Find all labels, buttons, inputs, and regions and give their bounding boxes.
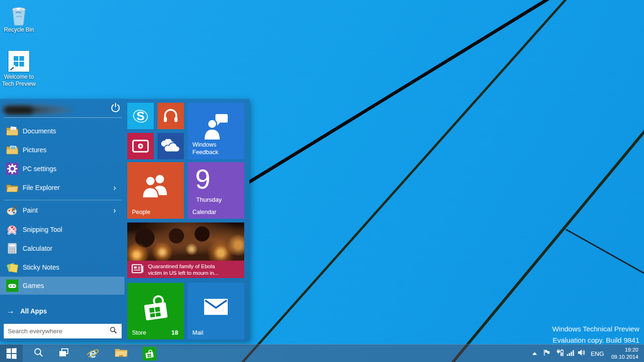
- all-apps-button[interactable]: → All Apps: [0, 304, 124, 318]
- welcome-label-line2: Tech Preview: [0, 81, 38, 88]
- menu-item-pc-settings[interactable]: PC settings: [0, 159, 124, 178]
- all-apps-arrow-icon: →: [7, 306, 15, 316]
- all-apps-label: All Apps: [20, 307, 47, 315]
- language-indicator[interactable]: ENG: [589, 345, 605, 362]
- headphones-icon: [157, 103, 184, 129]
- tile-onedrive[interactable]: [157, 133, 184, 159]
- menu-item-label: Pictures: [23, 146, 47, 154]
- tile-news[interactable]: Quarantined family of Ebola victim in US…: [127, 222, 244, 278]
- welcome-shortcut-tile-icon: [8, 51, 29, 72]
- menu-item-label: File Explorer: [23, 184, 60, 191]
- show-hidden-icons-button[interactable]: [530, 345, 539, 362]
- watermark-line1: Windows Technical Preview: [552, 323, 639, 335]
- language-code: ENG: [591, 350, 604, 357]
- power-tray-icon[interactable]: [554, 345, 565, 362]
- news-banner: Quarantined family of Ebola victim in US…: [127, 261, 244, 278]
- tile-music[interactable]: [157, 103, 184, 129]
- speaker-icon: [578, 349, 586, 358]
- menu-item-label: Sticky Notes: [23, 263, 59, 271]
- tile-label: People: [132, 209, 150, 215]
- news-headline: Quarantined family of Ebola victim in US…: [148, 263, 219, 276]
- search-input[interactable]: [4, 324, 109, 338]
- desktop-screen: Recycle Bin Welcome to Tech Preview Wind…: [0, 0, 644, 362]
- file-explorer-icon: [115, 346, 128, 361]
- submenu-chevron-icon[interactable]: ›: [113, 206, 116, 215]
- tile-video[interactable]: [127, 133, 154, 159]
- news-photo: [127, 222, 244, 261]
- calendar-weekday: Thursday: [196, 196, 222, 203]
- calendar-day-number: 9: [195, 163, 210, 195]
- recycle-bin-desktop-icon[interactable]: Recycle Bin: [2, 4, 36, 33]
- volume-tray-icon[interactable]: [576, 345, 587, 362]
- menu-item-label: PC settings: [23, 165, 57, 173]
- tile-windows-feedback[interactable]: Windows Feedback: [188, 103, 244, 159]
- tile-calendar[interactable]: 9 Thursday Calendar: [188, 162, 244, 219]
- welcome-label-line1: Welcome to: [0, 74, 38, 81]
- menu-item-file-explorer[interactable]: File Explorer ›: [0, 178, 124, 197]
- pictures-folder-icon: [6, 144, 18, 156]
- menu-item-sticky-notes[interactable]: Sticky Notes: [0, 258, 124, 277]
- tile-skype[interactable]: S: [127, 103, 154, 129]
- menu-item-paint[interactable]: Paint ›: [0, 201, 124, 220]
- skype-icon: S: [136, 109, 144, 123]
- power-button[interactable]: [109, 103, 122, 115]
- sticky-notes-icon: [6, 261, 18, 273]
- search-box: [4, 324, 122, 338]
- recycle-bin-icon: [2, 4, 36, 26]
- file-explorer-folder-icon: [6, 181, 18, 194]
- menu-item-calculator[interactable]: Calculator: [0, 239, 124, 258]
- menu-item-label: Calculator: [23, 245, 52, 252]
- search-icon[interactable]: [109, 326, 117, 336]
- menu-item-label: Paint: [23, 206, 38, 214]
- tile-people[interactable]: People: [127, 162, 184, 219]
- taskbar-store-button[interactable]: [140, 345, 159, 362]
- onedrive-clouds-icon: [157, 133, 184, 159]
- menu-item-pictures[interactable]: Pictures: [0, 140, 124, 159]
- calculator-icon: [6, 242, 18, 255]
- chevron-up-icon: [532, 352, 537, 355]
- menu-item-snipping-tool[interactable]: Snipping Tool: [0, 220, 124, 239]
- video-play-icon: [127, 133, 154, 159]
- start-button[interactable]: [0, 345, 23, 362]
- tile-label: Store: [132, 329, 146, 336]
- battery-plug-icon: [555, 349, 564, 358]
- clock[interactable]: 19:20 09.10.2014: [607, 345, 640, 362]
- power-icon: [110, 103, 121, 115]
- network-tray-icon[interactable]: [565, 345, 576, 362]
- settings-gear-icon: [6, 163, 18, 175]
- action-center-tray-icon[interactable]: [542, 345, 552, 362]
- tile-label: Mail: [192, 329, 203, 336]
- flag-icon: [543, 349, 551, 358]
- windows-start-icon: [7, 348, 17, 359]
- snipping-tool-scissors-icon: [6, 223, 18, 236]
- clock-time: 19:20: [625, 346, 638, 354]
- evaluation-watermark: Windows Technical Preview Evaluation cop…: [552, 323, 639, 346]
- search-icon: [33, 347, 44, 360]
- menu-item-games[interactable]: Games: [0, 277, 124, 295]
- windows-logo-icon: [14, 56, 24, 66]
- taskbar-search-button[interactable]: [29, 345, 48, 362]
- internet-explorer-icon: e: [86, 346, 100, 361]
- taskbar-task-view-button[interactable]: [54, 345, 73, 362]
- submenu-chevron-icon[interactable]: ›: [113, 183, 116, 193]
- start-menu: Documents Pictures: [0, 99, 249, 341]
- menu-item-documents[interactable]: Documents: [0, 122, 124, 140]
- user-name-blurred-core: [5, 107, 33, 114]
- clock-date: 09.10.2014: [611, 354, 638, 361]
- signal-bars-icon: [567, 349, 575, 358]
- tile-mail[interactable]: Mail: [188, 283, 244, 339]
- paint-palette-icon: [6, 204, 18, 216]
- people-icon: [127, 162, 184, 211]
- newspaper-icon: [132, 264, 144, 275]
- menu-item-label: Games: [23, 282, 44, 289]
- recycle-bin-label: Recycle Bin: [2, 26, 36, 33]
- tile-store[interactable]: Store 18: [127, 283, 184, 339]
- menu-item-label: Snipping Tool: [23, 226, 62, 233]
- taskbar-file-explorer-button[interactable]: [112, 345, 131, 362]
- taskbar-internet-explorer-button[interactable]: e: [83, 345, 102, 362]
- welcome-tech-preview-desktop-icon[interactable]: Welcome to Tech Preview: [0, 51, 38, 88]
- menu-divider: [4, 117, 122, 118]
- wallpaper-line: [565, 229, 644, 275]
- games-gamepad-icon: [6, 280, 18, 292]
- shortcut-arrow-icon: [9, 65, 15, 71]
